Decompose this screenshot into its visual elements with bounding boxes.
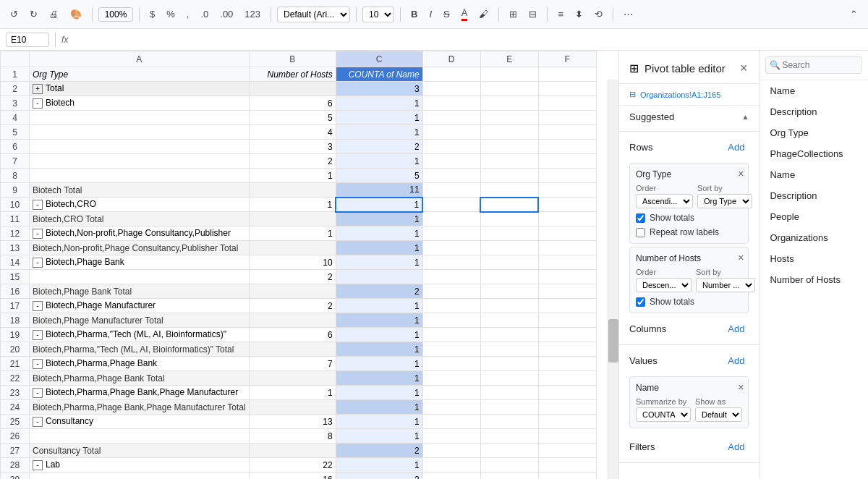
cell-e-10[interactable]	[480, 198, 538, 212]
cell-c-14[interactable]: 1	[336, 255, 422, 270]
cell-b-3[interactable]: 6	[249, 96, 336, 111]
cell-c-6[interactable]: 2	[336, 140, 422, 154]
cell-b-10[interactable]: 1	[249, 198, 336, 212]
cell-e-14[interactable]	[480, 255, 538, 270]
cell-a-2[interactable]: +Total	[30, 82, 250, 96]
cell-e-5[interactable]	[480, 125, 538, 140]
cell-b-8[interactable]: 1	[249, 169, 336, 183]
number-format-button[interactable]: 123	[240, 6, 265, 22]
cell-f-29[interactable]	[538, 472, 596, 480]
cell-c-7[interactable]: 1	[336, 154, 422, 169]
cell-f-16[interactable]	[538, 284, 596, 299]
bold-button[interactable]: B	[407, 6, 422, 22]
repeat-row-checkbox[interactable]	[636, 228, 645, 237]
cell-c-3[interactable]: 1	[336, 96, 422, 111]
cell-f-19[interactable]	[538, 328, 596, 342]
cell-e-27[interactable]	[480, 444, 538, 458]
field-item[interactable]: Description	[760, 101, 868, 122]
cell-a-16[interactable]: Biotech,Phage Bank Total	[30, 284, 250, 299]
cell-f-22[interactable]	[538, 371, 596, 386]
collapse-icon[interactable]: -	[33, 301, 43, 311]
cell-a-5[interactable]	[30, 125, 250, 140]
cell-b-5[interactable]: 4	[249, 125, 336, 140]
cell-b-18[interactable]	[249, 313, 336, 328]
add-columns-button[interactable]: Add	[723, 322, 749, 336]
cell-f-28[interactable]	[538, 458, 596, 472]
cell-c-29[interactable]: 2	[336, 472, 422, 480]
more-button[interactable]: ⋯	[619, 6, 637, 22]
cell-e-16[interactable]	[480, 284, 538, 299]
cell-f-23[interactable]	[538, 386, 596, 400]
collapse-icon[interactable]: -	[33, 229, 43, 239]
cell-a-18[interactable]: Biotech,Phage Manufacturer Total	[30, 313, 250, 328]
cell-c-16[interactable]: 2	[336, 284, 422, 299]
cell-d-27[interactable]	[422, 444, 480, 458]
cell-b-29[interactable]: 16	[249, 472, 336, 480]
percent-button[interactable]: %	[162, 6, 179, 22]
cell-e-2[interactable]	[480, 82, 538, 96]
field-item[interactable]: Name	[760, 164, 868, 185]
cell-f-12[interactable]	[538, 226, 596, 241]
show-as-select[interactable]: Default	[695, 407, 742, 422]
cell-b-15[interactable]: 2	[249, 270, 336, 284]
field-item[interactable]: Description	[760, 185, 868, 206]
strikethrough-button[interactable]: S	[439, 6, 454, 22]
cell-f-8[interactable]	[538, 169, 596, 183]
italic-button[interactable]: I	[425, 6, 436, 22]
cell-c-25[interactable]: 1	[336, 415, 422, 429]
cell-b-4[interactable]: 5	[249, 111, 336, 125]
cell-d-29[interactable]	[422, 472, 480, 480]
field-item[interactable]: Number of Hosts	[760, 269, 868, 290]
cell-b-9[interactable]	[249, 183, 336, 198]
org-type-order-select[interactable]: Ascendi...	[636, 194, 693, 208]
field-item[interactable]: Org Type	[760, 122, 868, 143]
cell-e-4[interactable]	[480, 111, 538, 125]
cell-e-3[interactable]	[480, 96, 538, 111]
cell-d-28[interactable]	[422, 458, 480, 472]
cell-d-9[interactable]	[422, 183, 480, 198]
cell-b-28[interactable]: 22	[249, 458, 336, 472]
noh-order-select[interactable]: Descen...	[636, 278, 692, 292]
comma-button[interactable]: ,	[182, 6, 194, 22]
decimal-decrease-button[interactable]: .0	[196, 6, 213, 22]
cell-d-26[interactable]	[422, 429, 480, 444]
field-item[interactable]: Hosts	[760, 248, 868, 269]
cell-c-27[interactable]: 2	[336, 444, 422, 458]
cell-d-7[interactable]	[422, 154, 480, 169]
noh-sort-select[interactable]: Number ...	[696, 278, 755, 292]
cell-c-17[interactable]: 1	[336, 299, 422, 313]
cell-c-5[interactable]: 1	[336, 125, 422, 140]
cell-a-11[interactable]: Biotech,CRO Total	[30, 212, 250, 226]
cell-f-6[interactable]	[538, 140, 596, 154]
cell-e-19[interactable]	[480, 328, 538, 342]
col-e-header[interactable]: E	[480, 51, 538, 67]
col-a-header[interactable]: A	[30, 51, 250, 67]
add-values-button[interactable]: Add	[723, 354, 749, 368]
expand-icon[interactable]: +	[33, 84, 43, 94]
pivot-close-button[interactable]: ×	[739, 59, 749, 77]
cell-d-10[interactable]	[422, 198, 480, 212]
cell-d-14[interactable]	[422, 255, 480, 270]
cell-a-8[interactable]	[30, 169, 250, 183]
cell-f-13[interactable]	[538, 241, 596, 255]
cell-d-16[interactable]	[422, 284, 480, 299]
cell-b-24[interactable]	[249, 400, 336, 415]
add-filters-button[interactable]: Add	[723, 440, 749, 454]
cell-b-2[interactable]	[249, 82, 336, 96]
cell-b-22[interactable]	[249, 371, 336, 386]
cell-d-15[interactable]	[422, 270, 480, 284]
cell-c-9[interactable]: 11	[336, 183, 422, 198]
number-of-hosts-card-close[interactable]: ×	[738, 252, 744, 263]
cell-e-20[interactable]	[480, 342, 538, 357]
cell-e-7[interactable]	[480, 154, 538, 169]
cell-f-15[interactable]	[538, 270, 596, 284]
cell-d-11[interactable]	[422, 212, 480, 226]
cell-c-22[interactable]: 1	[336, 371, 422, 386]
cell-e-28[interactable]	[480, 458, 538, 472]
cell-a-3[interactable]: -Biotech	[30, 96, 250, 111]
cell-f-4[interactable]	[538, 111, 596, 125]
col-f-header[interactable]: F	[538, 51, 596, 67]
add-row-button[interactable]: Add	[723, 140, 749, 154]
cell-c-15[interactable]	[336, 270, 422, 284]
font-size-select[interactable]: 10	[362, 7, 394, 22]
